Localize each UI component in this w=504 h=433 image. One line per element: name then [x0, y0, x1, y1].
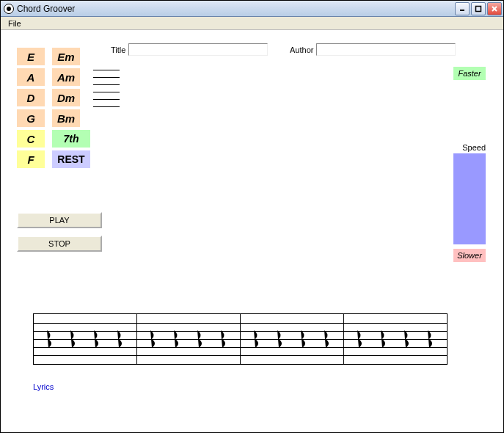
rest-icon: [67, 329, 79, 349]
chord-c[interactable]: C: [17, 130, 45, 148]
chord-f[interactable]: F: [17, 150, 45, 168]
rest-icon: [194, 329, 206, 349]
chord-e[interactable]: E: [17, 48, 45, 65]
bar-2: [137, 314, 241, 364]
rest-icon: [91, 329, 103, 349]
bar-1: [34, 314, 137, 364]
client-area: E A D G C F Em Am Dm Bm 7th REST Title A…: [1, 30, 503, 432]
bar-3: [241, 314, 344, 364]
slower-button[interactable]: Slower: [453, 249, 486, 262]
chord-a[interactable]: A: [17, 68, 45, 86]
window-buttons: [455, 2, 502, 15]
svg-rect-1: [476, 6, 481, 11]
author-input[interactable]: [316, 43, 456, 56]
app-window: Chord Groover File E A D G C F Em Am: [0, 0, 504, 433]
lyrics-link[interactable]: Lyrics: [33, 382, 54, 391]
minimize-button[interactable]: [455, 2, 470, 15]
chord-dm[interactable]: Dm: [52, 89, 80, 106]
chord-bm[interactable]: Bm: [52, 109, 80, 127]
chord-d[interactable]: D: [17, 89, 45, 106]
faster-button[interactable]: Faster: [453, 67, 486, 80]
notes: [344, 314, 447, 364]
chord-column-major: E A D G C F: [17, 48, 45, 168]
chord-am[interactable]: Am: [52, 68, 80, 86]
notes: [241, 314, 343, 364]
title-label: Title: [111, 46, 125, 54]
app-icon: [4, 4, 14, 14]
rest-icon: [114, 329, 126, 349]
menubar: File: [1, 17, 503, 30]
speed-bar[interactable]: [453, 153, 486, 244]
rest-icon: [44, 329, 56, 349]
rest-icon: [147, 329, 159, 349]
bar-4: [344, 314, 447, 364]
title-field-row: Title: [111, 43, 268, 56]
title-input[interactable]: [128, 43, 268, 56]
window-title: Chord Groover: [17, 4, 455, 14]
music-sheet: [33, 313, 448, 365]
chord-em[interactable]: Em: [52, 48, 80, 65]
author-label: Author: [290, 46, 313, 54]
rest-icon: [378, 329, 390, 349]
rest-icon: [321, 329, 333, 349]
rest-icon: [251, 329, 263, 349]
speed-label: Speed: [462, 143, 486, 152]
staff-lines-icon: [93, 70, 120, 114]
rest-icon: [218, 329, 230, 349]
play-button[interactable]: PLAY: [17, 212, 102, 228]
rest-icon: [298, 329, 310, 349]
rest-icon: [171, 329, 183, 349]
chord-7th[interactable]: 7th: [52, 130, 90, 148]
rest-icon: [354, 329, 366, 349]
notes: [34, 314, 136, 364]
rest-icon: [274, 329, 286, 349]
maximize-button[interactable]: [471, 2, 486, 15]
chord-rest[interactable]: REST: [52, 150, 90, 168]
stop-button[interactable]: STOP: [17, 236, 102, 252]
menu-file[interactable]: File: [4, 18, 26, 29]
rest-icon: [425, 329, 437, 349]
titlebar: Chord Groover: [1, 1, 503, 17]
close-button[interactable]: [487, 2, 502, 15]
chord-column-minor: Em Am Dm Bm 7th REST: [52, 48, 90, 168]
rest-icon: [401, 329, 413, 349]
author-field-row: Author: [290, 43, 456, 56]
chord-g[interactable]: G: [17, 109, 45, 127]
notes: [137, 314, 240, 364]
